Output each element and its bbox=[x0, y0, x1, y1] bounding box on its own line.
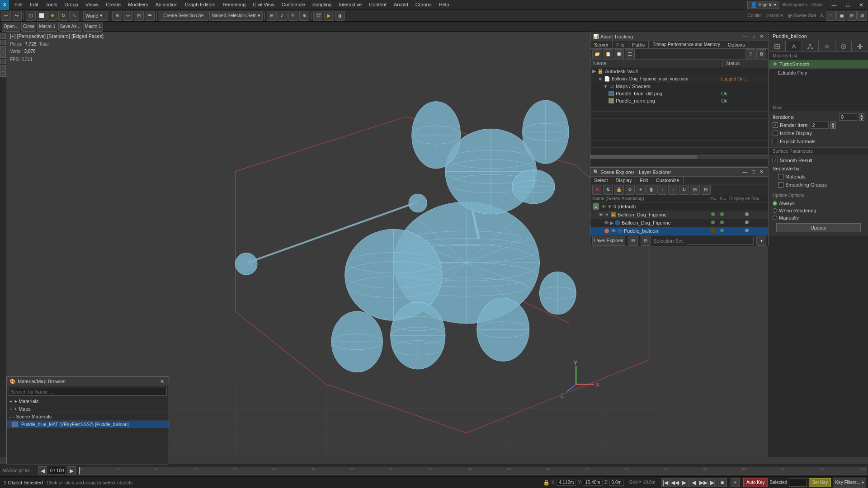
editable-poly-modifier[interactable]: Editable Poly bbox=[769, 69, 868, 77]
spinner-snap-button[interactable]: ⊕ bbox=[299, 11, 309, 21]
asset-minimize-button[interactable]: — bbox=[741, 33, 749, 39]
sign-in-button[interactable]: 👤 Sign In ▾ bbox=[747, 1, 779, 9]
z-value[interactable]: 0.0m bbox=[609, 479, 624, 486]
left-tool-5[interactable]: · bbox=[0, 59, 6, 64]
mb-materials-section[interactable]: + + Materials bbox=[7, 398, 169, 405]
se-tab-select[interactable]: Select bbox=[590, 177, 612, 184]
auto-key-btn[interactable]: Auto Key bbox=[743, 478, 768, 487]
iterations-spinner[interactable]: ▲ ▼ bbox=[859, 113, 864, 121]
mp-tab-utilities[interactable] bbox=[852, 41, 868, 52]
move-button[interactable]: ✥ bbox=[47, 11, 57, 21]
render-setup-button[interactable]: 🎬 bbox=[313, 11, 323, 21]
when-rendering-rb[interactable] bbox=[773, 208, 777, 213]
se-new-btn[interactable]: + bbox=[636, 185, 646, 195]
turbosmooth-modifier[interactable]: 👁 TurboSmooth bbox=[769, 60, 868, 69]
rotate-button[interactable]: ↻ bbox=[58, 11, 68, 21]
menu-tools[interactable]: Tools bbox=[42, 0, 61, 9]
layer-explorer-btn[interactable]: Layer Explorer bbox=[592, 236, 625, 246]
left-tool-1[interactable]: · bbox=[0, 33, 6, 39]
quick-render-button[interactable]: ▶ bbox=[324, 11, 334, 21]
y-value[interactable]: 15.40m bbox=[583, 479, 602, 486]
asset-row-norm[interactable]: Puddle_norm.png Ok bbox=[590, 97, 768, 104]
play-btn[interactable]: ▶ bbox=[680, 478, 689, 487]
mb-close-button[interactable]: ✕ bbox=[158, 379, 166, 385]
smooth-result-cb[interactable] bbox=[773, 158, 778, 163]
set-key-btn[interactable]: Set Key bbox=[809, 478, 831, 487]
asset-row-diff[interactable]: Puddle_blue_diff.png Ok bbox=[590, 90, 768, 97]
redo-button[interactable]: ↪ bbox=[12, 11, 22, 21]
left-tool-4[interactable]: · bbox=[0, 52, 6, 58]
percent-snap-button[interactable]: % bbox=[288, 11, 298, 21]
modifier-eye-icon[interactable]: 👁 bbox=[773, 61, 778, 67]
asset-close-button[interactable]: ✕ bbox=[758, 33, 765, 39]
mb-scene-materials-section[interactable]: - - Scene Materials bbox=[7, 413, 169, 421]
se-maximize-button[interactable]: □ bbox=[750, 169, 757, 175]
left-tool-3[interactable]: · bbox=[0, 46, 6, 52]
tab-paths[interactable]: Paths bbox=[628, 41, 649, 48]
se-row-eye-3[interactable]: 👁 bbox=[604, 220, 609, 225]
se-up-btn[interactable]: ↑ bbox=[657, 185, 667, 195]
explicit-cb[interactable] bbox=[773, 139, 778, 144]
lock-icon[interactable]: 🔒 bbox=[543, 479, 550, 486]
ref-coord-dropdown[interactable]: World ▾ bbox=[83, 11, 108, 21]
at-scroll-thumb[interactable] bbox=[590, 155, 697, 159]
render-btn4[interactable]: ⊠ bbox=[857, 11, 867, 21]
select-object-button[interactable]: ⬡ bbox=[26, 11, 36, 21]
mirror-button[interactable]: ⇔ bbox=[123, 11, 133, 21]
timeline-track[interactable]: 0 5 10 15 20 25 30 35 40 45 50 55 60 65 … bbox=[79, 467, 867, 475]
se-footer-btn2[interactable]: ⊟ bbox=[641, 236, 651, 246]
iter-down-arrow[interactable]: ▼ bbox=[859, 117, 864, 121]
macro1-button[interactable]: Macro 1 bbox=[37, 22, 57, 32]
menu-arnold[interactable]: Arnold bbox=[390, 0, 412, 9]
render-iters-spinner[interactable]: ▲ ▼ bbox=[830, 122, 836, 129]
angle-snap-button[interactable]: ∠ bbox=[278, 11, 288, 21]
at-btn3[interactable]: 🔲 bbox=[614, 49, 624, 59]
menu-help[interactable]: Help bbox=[435, 0, 453, 9]
mb-material-row[interactable]: Puddle_blue_MAT (VRayFastSSS2) [Puddle_b… bbox=[7, 421, 169, 428]
at-btn4[interactable]: ☰ bbox=[625, 49, 635, 59]
menu-interactive[interactable]: Interactive bbox=[335, 0, 366, 9]
render-btn1[interactable]: □ bbox=[826, 11, 836, 21]
next-key-btn[interactable]: ▶▶ bbox=[699, 478, 708, 487]
selection-set-field[interactable] bbox=[687, 237, 754, 245]
se-delete-btn[interactable]: 🗑 bbox=[646, 185, 656, 195]
mb-maps-section[interactable]: + + Maps bbox=[7, 405, 169, 413]
at-btn2[interactable]: 📋 bbox=[603, 49, 613, 59]
key-frame-input[interactable] bbox=[789, 479, 807, 487]
render-btn2[interactable]: ▣ bbox=[836, 11, 846, 21]
maxscript-label[interactable]: MAXScript Mi... bbox=[0, 465, 36, 476]
se-tab-edit[interactable]: Edit bbox=[636, 177, 652, 184]
se-tab-display[interactable]: Display bbox=[612, 177, 636, 184]
active-shade-button[interactable]: ◑ bbox=[335, 11, 345, 21]
selection-set-dropdown[interactable]: Named Selection Sets ▾ bbox=[209, 11, 263, 21]
left-tool-6[interactable]: · bbox=[0, 65, 6, 70]
se-row-eye-1[interactable]: 👁 bbox=[601, 204, 606, 209]
mp-tab-display[interactable] bbox=[835, 41, 852, 52]
left-tool-7[interactable]: · bbox=[0, 71, 6, 77]
next-frame-btn[interactable]: ▶ bbox=[67, 466, 76, 475]
add-time-tag-btn[interactable]: + bbox=[731, 478, 740, 487]
iterations-input[interactable] bbox=[839, 113, 857, 121]
save-as-button[interactable]: Save As... bbox=[58, 22, 82, 32]
x-value[interactable]: 4.112m bbox=[557, 479, 576, 486]
menu-graph-editors[interactable]: Graph Editors bbox=[181, 0, 219, 9]
create-selection-button[interactable]: Create Selection Se bbox=[159, 11, 208, 21]
menu-group[interactable]: Group bbox=[61, 0, 82, 9]
manually-rb[interactable] bbox=[773, 216, 777, 220]
prev-frame-btn[interactable]: ◀ bbox=[38, 466, 47, 475]
se-footer-btn1[interactable]: ⊞ bbox=[628, 236, 638, 246]
frame-input[interactable]: 0 / 100 bbox=[48, 467, 66, 475]
render-btn3[interactable]: ⊞ bbox=[847, 11, 857, 21]
se-row-obj1[interactable]: 👁 ▶ Balloon_Dog_Figurine bbox=[590, 219, 768, 227]
undo-button[interactable]: ↩ bbox=[1, 11, 11, 21]
tab-bitmap-perf[interactable]: Bitmap Performance and Memory bbox=[649, 41, 724, 48]
menu-file[interactable]: File bbox=[11, 0, 26, 9]
ri-down[interactable]: ▼ bbox=[830, 125, 836, 129]
layer-manager-button[interactable]: ☰ bbox=[145, 11, 155, 21]
se-sort-btn[interactable]: ⇅ bbox=[603, 185, 613, 195]
mp-tab-motion[interactable] bbox=[819, 41, 835, 52]
tab-server[interactable]: Server bbox=[590, 41, 613, 48]
play-back-btn[interactable]: ◀ bbox=[689, 478, 698, 487]
se-lock-btn[interactable]: 🔒 bbox=[614, 185, 624, 195]
se-row-expand-1[interactable]: ▼ bbox=[607, 204, 612, 209]
